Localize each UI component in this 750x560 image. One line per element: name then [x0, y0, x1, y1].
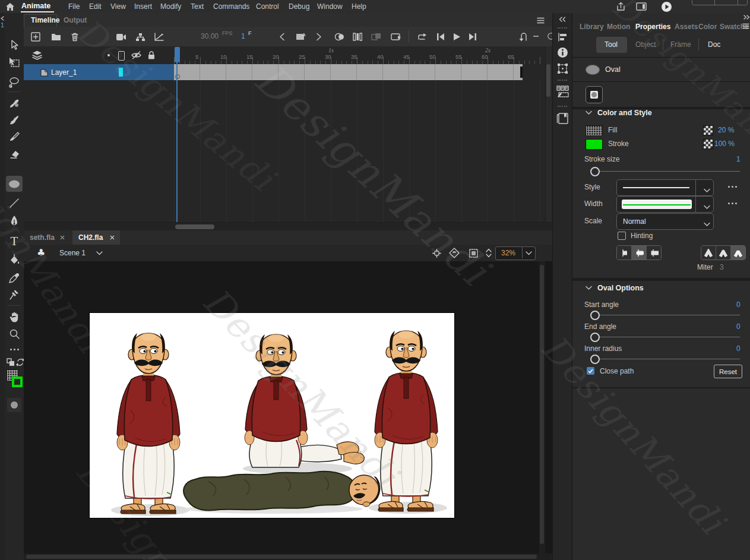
layer-row[interactable]: Layer_1	[24, 64, 174, 80]
scale-dropdown[interactable]: Normal	[616, 213, 714, 230]
fluid-brush-tool[interactable]	[7, 96, 21, 110]
menu-item-insert[interactable]: Insert	[134, 2, 152, 11]
outline-column-icon[interactable]	[118, 51, 125, 61]
edit-multiple-frames-icon[interactable]	[370, 31, 383, 42]
menu-item-help[interactable]: Help	[352, 2, 366, 11]
swap-colors-icon[interactable]	[6, 357, 15, 367]
end-angle-knob[interactable]	[590, 333, 600, 342]
close-tab-icon[interactable]	[109, 235, 115, 241]
end-angle-value[interactable]: 0	[736, 322, 740, 331]
cap-butt-button[interactable]	[617, 246, 632, 260]
lasso-tool[interactable]	[7, 75, 21, 89]
hand-tool[interactable]	[7, 310, 21, 324]
properties-panel-menu-icon[interactable]	[742, 23, 750, 30]
close-tab-icon[interactable]	[59, 235, 65, 241]
play-icon[interactable]	[451, 31, 463, 42]
oval-tool[interactable]	[7, 177, 21, 191]
menu-item-file[interactable]: File	[68, 2, 80, 11]
next-keyframe-icon[interactable]	[314, 31, 324, 42]
inner-radius-slider[interactable]	[593, 359, 740, 359]
reset-button[interactable]: Reset	[714, 365, 742, 378]
stage-hscrollbar[interactable]	[24, 553, 552, 560]
selection-tool[interactable]	[7, 38, 21, 52]
home-icon[interactable]	[5, 2, 15, 11]
timeline-hscrollbar[interactable]	[24, 222, 552, 231]
tab-assets[interactable]: Assets	[675, 23, 698, 31]
pen-tool[interactable]	[7, 214, 21, 228]
doc-tab-ch2[interactable]: CH2.fla	[72, 230, 120, 245]
join-miter-button[interactable]	[701, 246, 716, 260]
timeline-panel-menu-icon[interactable]	[536, 16, 545, 24]
test-movie-icon[interactable]	[660, 1, 672, 12]
object-drawing-mode-button[interactable]	[586, 86, 603, 103]
start-angle-knob[interactable]	[590, 311, 600, 320]
loop-icon[interactable]	[416, 31, 429, 42]
close-path-checkbox[interactable]	[587, 367, 594, 375]
jump-to-playhead-icon[interactable]	[517, 31, 529, 42]
subtab-tool[interactable]: Tool	[596, 37, 627, 53]
expand-dock-icon[interactable]	[742, 14, 750, 20]
share-icon[interactable]	[615, 1, 626, 12]
center-stage-icon[interactable]	[431, 248, 442, 258]
layer-name[interactable]: Layer_1	[51, 68, 77, 77]
library-panel-icon[interactable]	[556, 112, 569, 126]
scene-chevron-icon[interactable]	[95, 250, 103, 256]
subtab-object[interactable]: Object	[635, 40, 656, 49]
fps-value[interactable]: 30.00	[201, 32, 219, 40]
menu-item-window[interactable]: Window	[317, 2, 343, 11]
playhead-line[interactable]	[176, 62, 178, 222]
align-panel-icon[interactable]	[556, 31, 568, 43]
delete-icon[interactable]	[69, 31, 81, 43]
cap-round-button[interactable]	[632, 246, 647, 260]
clip-content-icon[interactable]	[468, 248, 479, 258]
step-back-icon[interactable]	[435, 31, 447, 42]
timeline-hscroll-thumb[interactable]	[175, 224, 214, 229]
tab-properties[interactable]: Properties	[635, 23, 670, 31]
collapse-left-icon[interactable]	[0, 15, 5, 21]
layers-stack-icon[interactable]	[31, 50, 43, 61]
oval-options-collapse-icon[interactable]	[584, 284, 593, 292]
fill-alpha-icon[interactable]	[703, 125, 713, 135]
transform-panel-icon[interactable]	[556, 62, 568, 74]
tab-color[interactable]: Color	[698, 23, 717, 31]
subtab-doc[interactable]: Doc	[708, 40, 720, 49]
menu-item-commands[interactable]: Commands	[213, 2, 249, 11]
menu-item-view[interactable]: View	[110, 2, 126, 11]
onion-skin-outlines-icon[interactable]	[351, 31, 364, 42]
layer-parenting-icon[interactable]	[134, 31, 147, 43]
timeline-vscrollbar[interactable]	[545, 46, 552, 222]
color-style-collapse-icon[interactable]	[584, 109, 593, 116]
camera-icon[interactable]	[115, 31, 128, 43]
paint-bucket-tool[interactable]	[7, 253, 21, 267]
fill-swatch[interactable]	[586, 125, 603, 136]
paint-brush-tool[interactable]	[7, 129, 21, 144]
color-style-title[interactable]: Color and Style	[597, 109, 652, 117]
zoom-level-value[interactable]: 32%	[501, 249, 515, 257]
new-folder-icon[interactable]	[50, 31, 62, 43]
cap-square-button[interactable]	[647, 246, 661, 260]
insert-frame-icon[interactable]	[390, 31, 403, 42]
free-transform-tool[interactable]	[7, 56, 21, 70]
oval-options-title[interactable]: Oval Options	[597, 284, 644, 292]
info-panel-icon[interactable]	[556, 46, 568, 58]
doc-tab-label[interactable]: CH2.fla	[78, 233, 103, 242]
miter-value[interactable]: 3	[720, 263, 724, 271]
layer-outline-color-swatch[interactable]	[119, 68, 123, 77]
tab-library[interactable]: Library	[580, 23, 604, 31]
hinting-checkbox[interactable]	[618, 232, 626, 240]
current-frame-value[interactable]: 1	[241, 32, 245, 40]
edit-toolbar-icon[interactable]	[7, 344, 21, 354]
playhead-marker[interactable]	[175, 47, 180, 62]
tab-output[interactable]: Output	[64, 16, 87, 24]
inner-radius-value[interactable]: 0	[736, 344, 740, 353]
graph-editor-icon[interactable]	[152, 31, 165, 43]
tab-timeline[interactable]: Timeline	[31, 16, 59, 24]
start-angle-slider[interactable]	[593, 315, 740, 315]
stroke-swatch[interactable]	[586, 139, 603, 150]
asset-warp-tool[interactable]	[7, 287, 21, 302]
step-forward-icon[interactable]	[467, 31, 479, 42]
width-dropdown[interactable]	[616, 196, 714, 213]
workspace-switcher[interactable]	[692, 0, 748, 5]
timeline-ruler[interactable]: 1s 2s 5 10 15 20 25 30 35 40 45 50 55 60…	[174, 46, 545, 65]
style-dropdown[interactable]	[616, 179, 714, 196]
